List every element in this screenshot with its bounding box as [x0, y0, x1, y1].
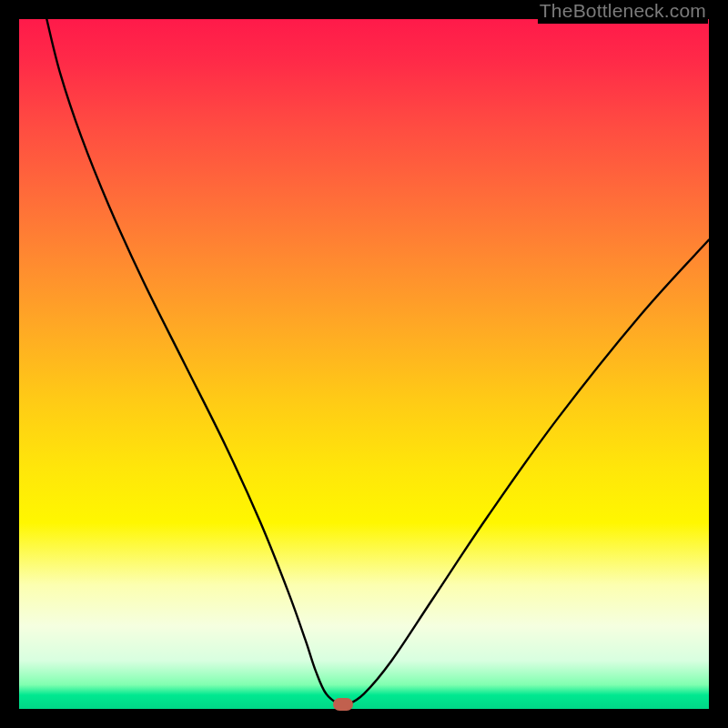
watermark-text: TheBottleneck.com — [538, 0, 708, 24]
optimal-point-marker — [333, 698, 353, 711]
chart-frame: TheBottleneck.com — [0, 0, 728, 728]
bottleneck-curve — [19, 19, 709, 709]
